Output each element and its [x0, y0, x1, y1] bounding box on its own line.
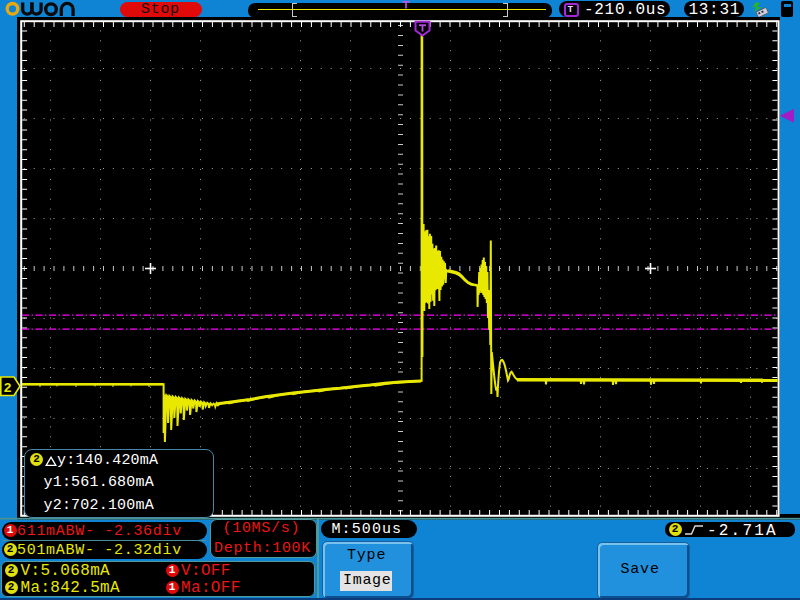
svg-text:2: 2 [4, 381, 12, 396]
